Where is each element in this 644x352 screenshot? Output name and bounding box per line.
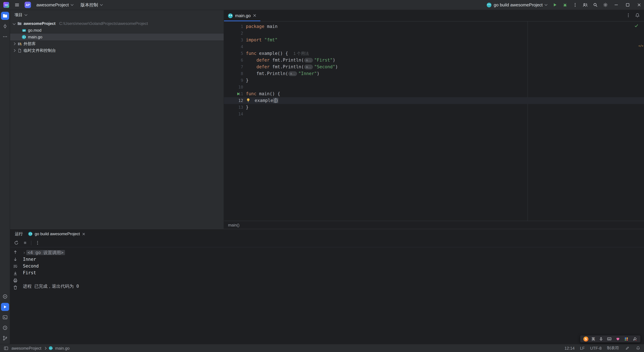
code-tag-icon[interactable]: </> [638,44,643,47]
more-tools-icon[interactable] [1,33,9,41]
editor-gutter[interactable]: 11 [224,90,243,97]
cursor-position-widget[interactable]: 12:14 [564,346,574,351]
ime-language-indicator[interactable]: 英 [592,336,595,342]
tree-item-gofile[interactable]: main.go [10,34,224,40]
console-output[interactable]: ›<4 go 设置调用>InnerSecondFirst 进程 已完成，退出代码… [20,247,644,344]
debug-button[interactable] [560,1,569,9]
more-actions-icon[interactable] [570,1,579,9]
code-editor[interactable]: 1package main23import "fmt"45func exampl… [224,21,644,221]
editor-tab-main-go[interactable]: main.go [224,10,260,21]
editor-gutter[interactable]: 13 [224,104,243,111]
code-line-9[interactable]: 9} [224,77,644,84]
fold-expand-icon[interactable]: › [23,250,26,255]
code-line-13[interactable]: 13} [224,104,644,111]
keyboard-icon[interactable] [606,336,612,342]
editor-gutter[interactable]: 2 [224,30,243,37]
run-gutter-icon[interactable] [237,92,240,96]
code-line-5[interactable]: 5func example() {1 个用法 [224,50,644,57]
vcs-widget[interactable]: 版本控制 [78,1,104,8]
mic-icon[interactable] [598,336,604,342]
notifications-icon[interactable] [635,13,640,19]
code-line-12[interactable]: 12example() [224,97,644,104]
project-selector[interactable]: awesomeProject [34,2,75,8]
editor-gutter[interactable]: 8 [224,70,243,77]
inspection-ok-icon[interactable] [634,23,638,29]
code-line-1[interactable]: 1package main [224,23,644,30]
code-line-2[interactable]: 2 [224,30,644,37]
history-tool-button[interactable] [1,324,9,332]
close-tab-icon[interactable] [253,13,256,18]
folded-output[interactable]: <4 go 设置调用> [26,250,65,255]
code-line-6[interactable]: 6 defer fmt.Println(a…"First") [224,57,644,64]
project-badge[interactable]: AP [24,2,31,8]
code-line-11[interactable]: 11func main() { [224,90,644,97]
console-more-icon[interactable] [35,240,40,246]
tree-item-lib[interactable]: 外部库 [10,40,224,47]
search-everywhere-icon[interactable] [591,1,600,9]
code-line-7[interactable]: 7 defer fmt.Println(a…"Second") [224,64,644,70]
encoding-widget[interactable]: UTF-8 [590,346,602,351]
indent-widget[interactable]: 制表符 [607,345,619,351]
breadcrumb-item[interactable]: main() [228,223,240,227]
rerun-button[interactable] [14,240,19,246]
breadcrumb[interactable]: main() [224,221,644,229]
line-ending-widget[interactable]: LF [580,346,585,351]
run-button[interactable] [550,1,559,9]
status-notifications-icon[interactable] [635,346,641,351]
toolwindow-layout-icon[interactable] [3,346,9,351]
close-button[interactable] [634,0,644,10]
minimize-button[interactable] [611,0,621,10]
wrench-icon[interactable] [632,336,637,342]
editor-gutter[interactable]: 6 [224,57,243,64]
lightbulb-icon[interactable] [246,99,250,104]
editor-gutter[interactable]: 9 [224,77,243,84]
project-panel-header[interactable]: 项目 [10,10,224,19]
run-config-selector[interactable]: go build awesomeProject [485,2,549,8]
next-occurrence-icon[interactable] [12,256,18,262]
code-line-14[interactable]: 14 [224,111,644,117]
scroll-end-icon[interactable] [12,271,18,276]
git-branch-tool-button[interactable] [1,334,9,342]
services-tool-button[interactable] [1,293,9,301]
nav-project[interactable]: awesomeProject [12,346,41,351]
maximize-button[interactable] [622,0,632,10]
toolbox-icon[interactable] [624,336,629,342]
nav-file[interactable]: main.go [55,346,70,351]
code-line-10[interactable]: 10 [224,84,644,90]
main-menu-icon[interactable] [12,1,21,9]
run-tool-button[interactable] [1,303,9,311]
editor-gutter[interactable]: 5 [224,50,243,57]
sogou-logo-icon[interactable]: S [583,336,588,342]
editor-gutter[interactable]: 14 [224,111,243,117]
prev-occurrence-icon[interactable] [12,249,18,255]
close-tab-icon[interactable] [82,232,85,236]
heart-icon[interactable] [615,336,620,342]
editor-more-icon[interactable] [626,13,631,19]
editor-gutter[interactable]: 3 [224,37,243,43]
run-tab[interactable]: go build awesomeProject [28,232,85,236]
settings-icon[interactable] [601,1,610,9]
run-toolwindow-title[interactable]: 运行 [15,231,23,237]
goland-logo-icon[interactable]: GO [3,2,9,8]
usages-hint[interactable]: 1 个用法 [293,51,309,56]
clear-console-icon[interactable] [12,285,18,290]
code-line-3[interactable]: 3import "fmt" [224,37,644,43]
terminal-tool-button[interactable] [1,313,9,321]
project-tool-button[interactable] [1,12,9,20]
soft-wrap-icon[interactable] [12,264,18,269]
tree-item-gomod[interactable]: gogo.mod [10,27,224,34]
readonly-toggle-icon[interactable] [624,346,630,351]
code-line-8[interactable]: 8 fmt.Println(a…"Inner") [224,70,644,77]
editor-gutter[interactable]: 1 [224,23,243,30]
print-icon[interactable] [12,278,18,283]
stop-button[interactable] [22,240,28,246]
commit-tool-button[interactable] [1,22,9,30]
editor-gutter[interactable]: 12 [224,97,243,104]
code-line-4[interactable]: 4 [224,43,644,50]
editor-gutter[interactable]: 4 [224,43,243,50]
tree-item-scratch[interactable]: 临时文件和控制台 [10,47,224,54]
editor-gutter[interactable]: 7 [224,64,243,70]
editor-gutter[interactable]: 10 [224,84,243,90]
tree-item-root[interactable]: awesomeProjectC:\Users\meowr\GolandProje… [10,20,224,27]
code-with-me-icon[interactable] [581,1,590,9]
